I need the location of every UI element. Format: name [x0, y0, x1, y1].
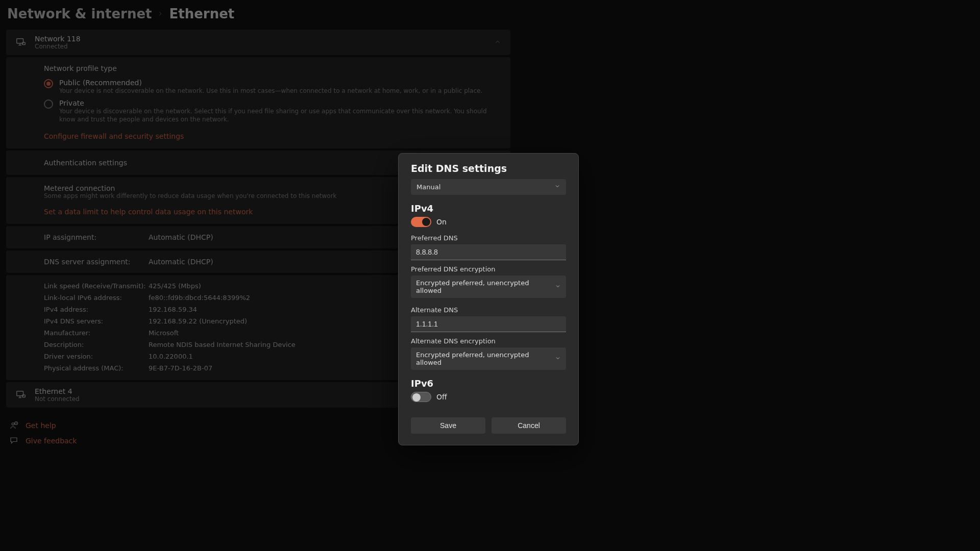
alternate-dns-input[interactable] — [411, 316, 566, 332]
preferred-dns-input[interactable] — [411, 244, 566, 260]
alternate-dns-encryption-value: Encrypted preferred, unencrypted allowed — [416, 351, 555, 366]
preferred-dns-encryption-label: Preferred DNS encryption — [411, 265, 566, 273]
dns-settings-dialog: Edit DNS settings Manual IPv4 On Preferr… — [398, 153, 579, 445]
chevron-down-icon — [555, 355, 561, 363]
dns-mode-dropdown[interactable]: Manual — [411, 179, 566, 195]
ipv4-heading: IPv4 — [411, 203, 566, 214]
cancel-button[interactable]: Cancel — [492, 417, 566, 434]
preferred-dns-encryption-dropdown[interactable]: Encrypted preferred, unencrypted allowed — [411, 276, 566, 298]
alternate-dns-label: Alternate DNS — [411, 306, 566, 314]
save-button[interactable]: Save — [411, 417, 485, 434]
dialog-title: Edit DNS settings — [411, 163, 566, 174]
chevron-down-icon — [554, 183, 560, 191]
ipv6-toggle-label: Off — [436, 393, 447, 401]
ipv4-toggle-label: On — [436, 218, 447, 226]
ipv4-toggle[interactable] — [411, 217, 431, 227]
preferred-dns-encryption-value: Encrypted preferred, unencrypted allowed — [416, 279, 555, 294]
ipv6-toggle[interactable] — [411, 392, 431, 402]
ipv6-heading: IPv6 — [411, 378, 566, 389]
dns-mode-value: Manual — [416, 183, 440, 191]
alternate-dns-encryption-label: Alternate DNS encryption — [411, 337, 566, 345]
chevron-down-icon — [555, 283, 561, 291]
alternate-dns-encryption-dropdown[interactable]: Encrypted preferred, unencrypted allowed — [411, 347, 566, 370]
modal-overlay: Edit DNS settings Manual IPv4 On Preferr… — [0, 0, 980, 551]
preferred-dns-label: Preferred DNS — [411, 234, 566, 242]
